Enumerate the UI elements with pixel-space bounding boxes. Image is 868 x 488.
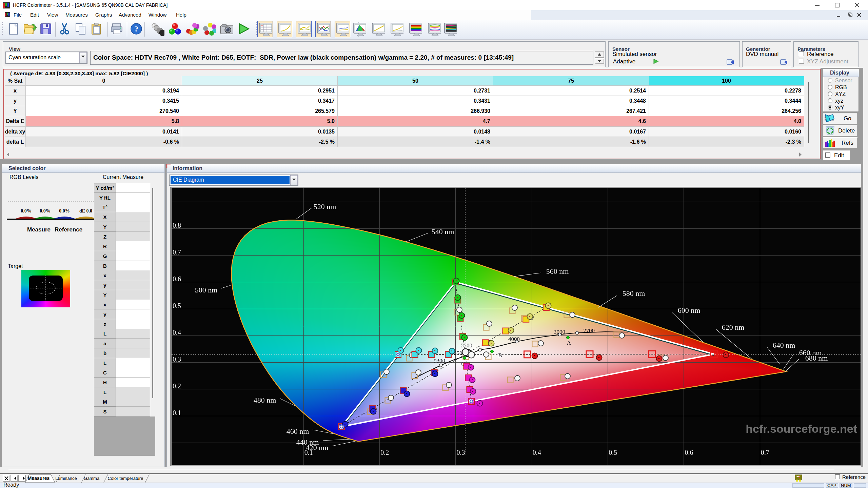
svg-text:0.8: 0.8 (173, 222, 181, 229)
svg-text:0.3: 0.3 (173, 355, 181, 363)
svg-text:680 nm: 680 nm (805, 354, 828, 362)
svg-text:0.6: 0.6 (685, 449, 693, 456)
svg-text:0.0%: 0.0% (21, 208, 32, 214)
svg-text:0.7: 0.7 (761, 449, 769, 456)
svg-text:4000: 4000 (508, 336, 520, 342)
svg-text:620 nm: 620 nm (722, 323, 745, 331)
svg-text:0.7: 0.7 (173, 248, 181, 256)
svg-text:5500: 5500 (461, 342, 472, 349)
svg-text:0.4: 0.4 (173, 329, 181, 336)
svg-text:640 nm: 640 nm (773, 341, 795, 349)
svg-text:520 nm: 520 nm (314, 202, 336, 211)
svg-text:hcfr.sourceforge.net: hcfr.sourceforge.net (746, 422, 857, 435)
svg-text:0.0%: 0.0% (59, 208, 70, 214)
svg-text:0.0%: 0.0% (40, 208, 51, 214)
svg-text:Color temperature: Color temperature (108, 476, 143, 481)
svg-text:0.1: 0.1 (173, 409, 181, 416)
svg-text:580 nm: 580 nm (623, 289, 645, 298)
svg-text:600 nm: 600 nm (678, 306, 701, 314)
svg-text:?: ? (134, 24, 138, 33)
svg-text:0.2: 0.2 (173, 382, 181, 390)
svg-text:0.5: 0.5 (173, 302, 181, 309)
svg-text:3000: 3000 (554, 329, 565, 335)
svg-text:A: A (567, 340, 571, 346)
svg-text:540 nm: 540 nm (432, 227, 454, 236)
svg-text:560 nm: 560 nm (546, 267, 569, 276)
svg-text:B: B (498, 352, 502, 359)
svg-text:0.5: 0.5 (609, 449, 617, 456)
svg-text:500 nm: 500 nm (195, 286, 218, 294)
svg-text:0.2: 0.2 (380, 449, 389, 456)
svg-text:9300: 9300 (434, 358, 445, 364)
svg-text:0.4: 0.4 (533, 449, 541, 456)
svg-text:0.6: 0.6 (173, 275, 181, 283)
svg-text:dE 0.0: dE 0.0 (79, 208, 92, 214)
svg-text:Luminance: Luminance (55, 476, 77, 481)
svg-text:2700: 2700 (583, 327, 595, 334)
svg-text:0.3: 0.3 (456, 449, 465, 456)
svg-text:460 nm: 460 nm (287, 427, 309, 435)
svg-text:0.1: 0.1 (304, 449, 313, 456)
svg-text:Measures: Measures (28, 475, 50, 481)
svg-text:480 nm: 480 nm (254, 396, 276, 404)
svg-text:Gamma: Gamma (84, 476, 100, 481)
